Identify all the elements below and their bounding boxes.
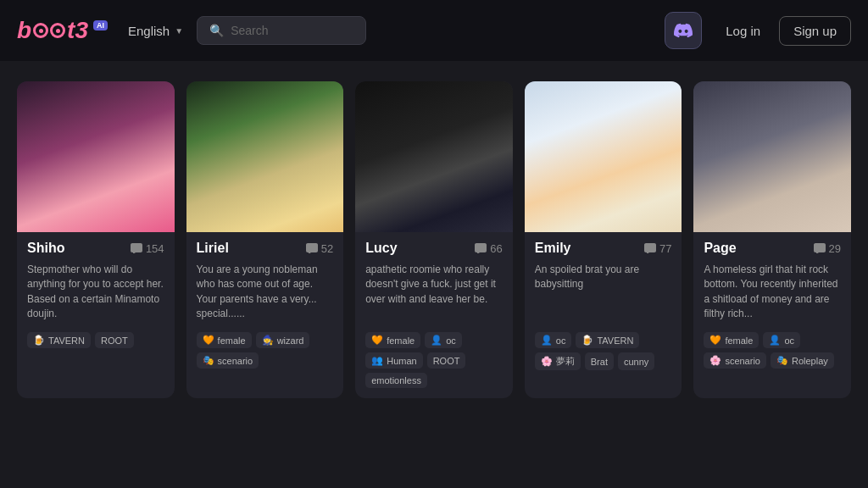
card-tags-liriel: 🧡 female 🧙 wizard 🎭 scenario [197,332,334,369]
tag-root[interactable]: ROOT [427,352,466,369]
tag-cunny[interactable]: cunny [618,352,654,370]
chat-icon [814,243,826,253]
tag-emoji: 🌸 [709,355,721,366]
tag-female[interactable]: 🧡 female [197,332,252,348]
card-liriel[interactable]: Liriel 52 You are a young nobleman who h… [186,81,344,398]
tag-tavern[interactable]: 🍺 TAVERN [576,332,639,348]
logo-letter-b: b [17,17,31,44]
avatar-page [693,81,851,232]
tag-emotionless[interactable]: emotionless [365,373,427,388]
logo[interactable]: b t3 AI [17,17,108,44]
tag-emoji: 👥 [371,355,383,366]
tag-label: TAVERN [597,336,633,346]
tag-scenario[interactable]: 🌸 scenario [704,352,766,369]
card-header-shiho: Shiho 154 [27,241,164,256]
card-image-shiho [17,81,175,232]
tag-female[interactable]: 🧡 female [365,332,420,348]
login-button[interactable]: Log in [715,17,771,45]
tag-label: oc [784,336,794,346]
tag-oc[interactable]: 👤 oc [535,332,572,348]
logo-eye-left [33,23,48,38]
header: b t3 AI English ▼ 🔍 Log in Sign up [0,0,868,61]
card-description-shiho: Stepmother who will do anything for you … [27,263,164,324]
tag-label: scenario [218,356,253,366]
signup-button[interactable]: Sign up [779,16,851,46]
tag-emoji: 🍺 [33,335,45,346]
auth-buttons: Log in Sign up [715,16,851,46]
tag-emoji: 🧡 [203,335,214,346]
card-tags-lucy: 🧡 female 👤 oc 👥 Human ROOT emotionless [365,332,503,388]
card-name-liriel: Liriel [197,241,229,256]
tag-emoji: 👤 [541,335,553,346]
tag-emoji: 🧡 [709,335,721,346]
language-arrow-icon: ▼ [175,26,183,36]
tag-夢莉[interactable]: 🌸 夢莉 [535,352,581,370]
tag-oc[interactable]: 👤 oc [425,332,462,348]
tag-tavern[interactable]: 🍺 TAVERN [27,332,91,348]
logo-eye-dot-left [39,29,43,33]
card-emily[interactable]: Emily 77 An spoiled brat you are babysit… [525,81,682,398]
tag-label: 夢莉 [556,355,575,368]
search-bar[interactable]: 🔍 [197,16,366,45]
avatar-liriel [186,81,344,232]
card-body-lucy: Lucy 66 apathetic roomie who really does… [355,232,513,398]
chat-icon [306,243,318,253]
card-body-page: Page 29 A homeless girl that hit rock bo… [693,232,851,379]
tag-label: emotionless [371,375,421,385]
card-header-lucy: Lucy 66 [365,241,503,256]
tag-root[interactable]: ROOT [95,332,134,348]
tag-scenario[interactable]: 🎭 scenario [197,352,259,369]
tag-label: female [725,336,753,346]
discord-button[interactable] [665,12,702,49]
tag-emoji: 🧙 [262,335,274,346]
tag-label: Roleplay [792,356,828,366]
tag-human[interactable]: 👥 Human [365,352,422,369]
chat-icon [475,243,487,253]
tag-roleplay[interactable]: 🎭 Roleplay [771,352,834,369]
tag-emoji: 🎭 [203,355,214,366]
tag-female[interactable]: 🧡 female [704,332,759,348]
card-tags-page: 🧡 female 👤 oc 🌸 scenario 🎭 Roleplay [704,332,841,369]
card-chats-lucy: 66 [475,242,502,255]
card-image-emily [525,81,682,232]
card-name-shiho: Shiho [27,241,64,256]
card-description-lucy: apathetic roomie who really doesn't give… [365,263,503,324]
tag-emoji: 🎭 [776,355,788,366]
discord-icon [674,23,693,38]
card-name-emily: Emily [535,241,571,256]
card-image-page [693,81,851,232]
avatar-emily [525,81,682,232]
chat-icon [131,243,142,253]
tag-oc[interactable]: 👤 oc [763,332,800,348]
avatar-lucy [355,81,513,232]
language-selector[interactable]: English ▼ [128,24,183,38]
card-tags-emily: 👤 oc 🍺 TAVERN 🌸 夢莉 Brat cunny [535,332,672,370]
tag-emoji: 🍺 [581,335,593,346]
tag-label: scenario [725,356,760,366]
tag-label: wizard [277,336,304,346]
card-chats-shiho: 154 [131,242,164,255]
card-body-emily: Emily 77 An spoiled brat you are babysit… [525,232,682,380]
card-name-page: Page [704,241,736,256]
card-shiho[interactable]: Shiho 154 Stepmother who will do anythin… [17,81,175,398]
card-header-page: Page 29 [704,241,841,256]
card-lucy[interactable]: Lucy 66 apathetic roomie who really does… [355,81,513,398]
tag-brat[interactable]: Brat [585,352,614,370]
card-image-lucy [355,81,513,232]
language-label: English [128,24,170,38]
card-body-shiho: Shiho 154 Stepmother who will do anythin… [17,232,175,358]
card-image-liriel [186,81,344,232]
card-header-liriel: Liriel 52 [197,241,334,256]
tag-label: female [218,336,246,346]
main-content: Shiho 154 Stepmother who will do anythin… [0,61,868,419]
search-icon: 🔍 [209,24,224,37]
tag-label: oc [446,336,456,346]
tag-label: Brat [591,357,608,367]
search-input[interactable] [231,24,349,37]
tag-wizard[interactable]: 🧙 wizard [256,332,310,348]
card-chats-page: 29 [814,242,841,255]
card-header-emily: Emily 77 [535,241,672,256]
card-page[interactable]: Page 29 A homeless girl that hit rock bo… [693,81,851,398]
card-tags-shiho: 🍺 TAVERN ROOT [27,332,164,348]
card-description-liriel: You are a young nobleman who has come ou… [197,263,334,324]
